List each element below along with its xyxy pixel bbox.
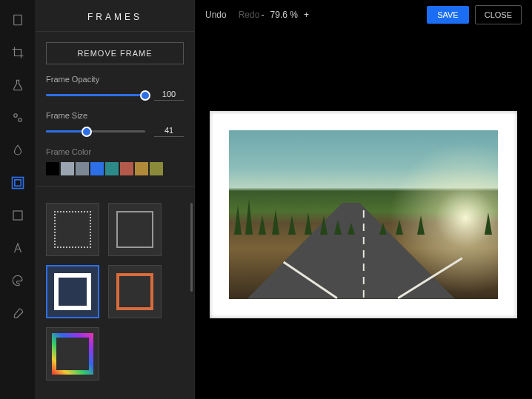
svg-point-2 xyxy=(18,118,21,122)
zoom-value: 79.6 % xyxy=(270,10,298,20)
svg-rect-5 xyxy=(13,211,22,220)
flask-icon[interactable] xyxy=(10,77,26,93)
svg-rect-3 xyxy=(12,178,23,189)
color-swatches xyxy=(46,162,184,175)
opacity-label: Frame Opacity xyxy=(46,75,184,84)
svg-point-1 xyxy=(13,114,17,118)
frame-style-thumb[interactable] xyxy=(46,265,99,318)
adjust-icon[interactable] xyxy=(10,110,26,126)
opacity-value[interactable]: 100 xyxy=(154,90,184,101)
document-icon[interactable] xyxy=(10,12,26,28)
size-label: Frame Size xyxy=(46,111,184,120)
size-slider[interactable] xyxy=(46,130,145,133)
frame-icon[interactable] xyxy=(10,175,26,191)
remove-frame-button[interactable]: REMOVE FRAME xyxy=(46,42,184,64)
color-swatch[interactable] xyxy=(150,162,163,175)
zoom-out-button[interactable]: - xyxy=(262,10,265,20)
color-label: Frame Color xyxy=(46,147,184,156)
crop-icon[interactable] xyxy=(10,44,26,61)
frames-sidebar: FRAMES REMOVE FRAME Frame Opacity 100 Fr… xyxy=(36,0,195,399)
applied-frame xyxy=(210,111,517,318)
svg-rect-0 xyxy=(13,15,21,25)
drop-icon[interactable] xyxy=(10,142,26,158)
photo-preview xyxy=(229,130,498,299)
frame-style-thumb[interactable] xyxy=(108,203,162,256)
color-swatch[interactable] xyxy=(61,162,74,175)
workspace: Undo Redo - 79.6 % + SAVE CLOSE xyxy=(195,0,532,399)
tool-rail xyxy=(0,0,36,399)
frame-style-thumb[interactable] xyxy=(108,265,162,318)
brush-icon[interactable] xyxy=(10,305,26,321)
frame-style-thumb[interactable] xyxy=(46,203,99,256)
zoom-control: - 79.6 % + xyxy=(262,10,309,20)
color-swatch[interactable] xyxy=(76,162,89,175)
palette-icon[interactable] xyxy=(10,272,26,289)
zoom-in-button[interactable]: + xyxy=(304,10,309,20)
color-swatch[interactable] xyxy=(135,162,148,175)
save-button[interactable]: SAVE xyxy=(427,6,469,24)
undo-button[interactable]: Undo xyxy=(205,10,227,20)
frame-style-thumb[interactable] xyxy=(46,327,99,380)
opacity-slider[interactable] xyxy=(46,94,145,96)
close-button[interactable]: CLOSE xyxy=(475,5,522,24)
scrollbar[interactable] xyxy=(190,203,193,292)
size-value[interactable]: 41 xyxy=(154,126,184,137)
color-swatch[interactable] xyxy=(46,162,59,175)
shape-icon[interactable] xyxy=(10,207,26,224)
topbar: Undo Redo - 79.6 % + SAVE CLOSE xyxy=(195,0,532,30)
text-icon[interactable] xyxy=(10,240,26,256)
canvas-area[interactable] xyxy=(195,30,532,399)
color-swatch[interactable] xyxy=(120,162,133,175)
redo-button: Redo xyxy=(239,10,260,20)
divider xyxy=(36,186,194,187)
svg-rect-4 xyxy=(14,180,20,186)
sidebar-title: FRAMES xyxy=(36,0,194,32)
color-swatch[interactable] xyxy=(90,162,104,175)
frame-style-grid xyxy=(36,194,194,389)
color-swatch[interactable] xyxy=(105,162,119,175)
